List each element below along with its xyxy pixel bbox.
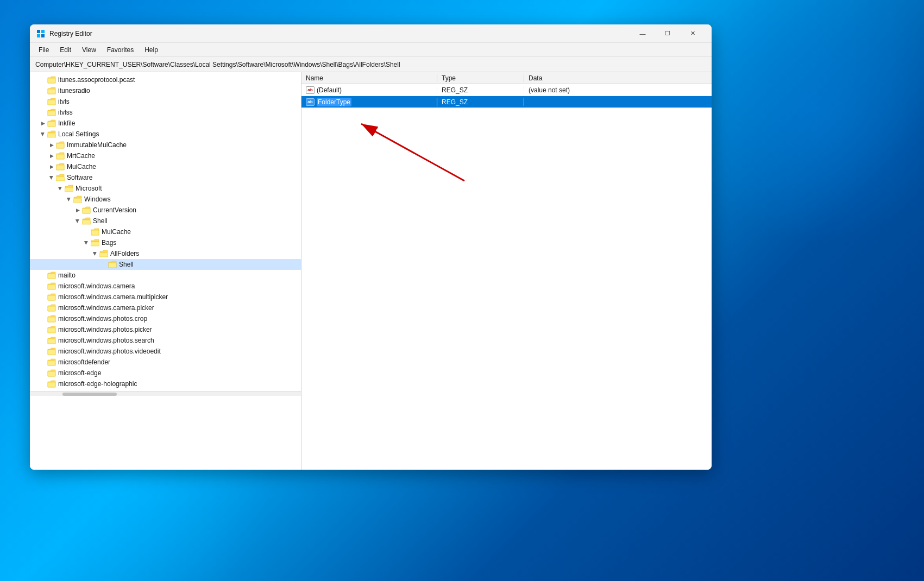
- expander-immutable[interactable]: ▶: [47, 141, 56, 149]
- title-bar: Registry Editor — ☐ ✕: [30, 24, 712, 43]
- tree-label: microsoft-edge-holographic: [58, 380, 137, 388]
- folder-icon: [56, 141, 65, 149]
- tree-item-mrtcache[interactable]: ▶ MrtCache: [30, 150, 301, 161]
- expander-empty: [39, 293, 47, 301]
- main-content: itunes.assocprotocol.pcast itunesradio i…: [30, 72, 712, 470]
- folder-icon: [47, 358, 56, 366]
- address-bar: Computer\HKEY_CURRENT_USER\Software\Clas…: [30, 57, 712, 72]
- reg-value-icon-foldertype: ab: [306, 98, 315, 106]
- expander-local-settings[interactable]: ▶: [39, 130, 47, 138]
- tree-item-immutablemuicache[interactable]: ▶ ImmutableMuiCache: [30, 140, 301, 150]
- menu-view[interactable]: View: [78, 45, 100, 55]
- folder-icon: [91, 228, 99, 236]
- tree-label: MrtCache: [67, 152, 95, 160]
- tree-item-itunes-assocprotocol[interactable]: itunes.assocprotocol.pcast: [30, 74, 301, 85]
- reg-value-icon: ab: [306, 86, 315, 94]
- col-header-type: Type: [437, 74, 524, 82]
- expander-empty: [39, 75, 47, 84]
- cell-type-default: REG_SZ: [437, 86, 524, 94]
- folder-icon: [82, 206, 91, 214]
- maximize-button[interactable]: ☐: [655, 24, 680, 43]
- tree-item-shell-selected[interactable]: Shell: [30, 259, 301, 270]
- tree-label: Inkfile: [58, 119, 75, 127]
- tree-item-currentversion[interactable]: ▶ CurrentVersion: [30, 205, 301, 216]
- tree-label: microsoftdefender: [58, 358, 110, 366]
- cell-name-default: ab (Default): [301, 86, 437, 94]
- expander-bags[interactable]: ▶: [82, 238, 91, 247]
- folder-icon: [47, 369, 56, 377]
- folder-open-icon: [65, 185, 73, 192]
- expander-muicache-ls[interactable]: ▶: [47, 162, 56, 171]
- tree-item-microsoftdefender[interactable]: microsoftdefender: [30, 357, 301, 368]
- minimize-button[interactable]: —: [630, 24, 655, 43]
- tree-item-mwcamera-multipicker[interactable]: microsoft.windows.camera.multipicker: [30, 292, 301, 302]
- expander-currentversion[interactable]: ▶: [73, 206, 82, 214]
- tree-label: MuiCache: [67, 163, 96, 170]
- expander-empty: [39, 86, 47, 95]
- expander-inkfile[interactable]: ▶: [39, 119, 47, 128]
- tree-label: microsoft-edge: [58, 369, 101, 377]
- tree-panel[interactable]: itunes.assocprotocol.pcast itunesradio i…: [30, 72, 301, 470]
- tree-item-mwcamera-picker[interactable]: microsoft.windows.camera.picker: [30, 302, 301, 313]
- menu-edit[interactable]: Edit: [55, 45, 76, 55]
- tree-label: CurrentVersion: [93, 206, 136, 214]
- tree-item-inkfile[interactable]: ▶ Inkfile: [30, 118, 301, 129]
- tree-item-shell-main[interactable]: ▶ Shell: [30, 216, 301, 226]
- tree-label: mailto: [58, 271, 76, 279]
- folder-icon: [47, 337, 56, 344]
- registry-row-foldertype[interactable]: ab FolderType REG_SZ: [301, 96, 712, 108]
- expander-shell-main[interactable]: ▶: [73, 217, 82, 225]
- tree-item-microsoft-edge-holographic[interactable]: microsoft-edge-holographic: [30, 378, 301, 389]
- menu-bar: File Edit View Favorites Help: [30, 43, 712, 57]
- tree-item-mwphotos-search[interactable]: microsoft.windows.photos.search: [30, 335, 301, 346]
- expander-mrtcache[interactable]: ▶: [47, 151, 56, 160]
- reg-name-default: (Default): [317, 86, 342, 94]
- expander-empty: [39, 369, 47, 377]
- horizontal-scrollbar[interactable]: [30, 391, 301, 396]
- expander-microsoft[interactable]: ▶: [56, 184, 65, 193]
- folder-icon: [56, 152, 65, 160]
- tree-item-microsoft[interactable]: ▶ Microsoft: [30, 183, 301, 194]
- tree-item-local-settings[interactable]: ▶ Local Settings: [30, 129, 301, 140]
- tree-item-bags[interactable]: ▶ Bags: [30, 237, 301, 248]
- registry-table[interactable]: Name Type Data ab (Default) REG_SZ (valu…: [301, 72, 712, 470]
- tree-item-itvls[interactable]: itvls: [30, 96, 301, 107]
- tree-label: microsoft.windows.photos.picker: [58, 326, 152, 333]
- tree-item-mailto[interactable]: mailto: [30, 270, 301, 281]
- expander-allfolders[interactable]: ▶: [91, 249, 99, 258]
- menu-help[interactable]: Help: [140, 45, 162, 55]
- address-text: Computer\HKEY_CURRENT_USER\Software\Clas…: [35, 61, 400, 68]
- tree-item-itunesradio[interactable]: itunesradio: [30, 85, 301, 96]
- scrollbar-thumb[interactable]: [62, 393, 117, 396]
- tree-item-allfolders[interactable]: ▶ AllFolders: [30, 248, 301, 259]
- tree-item-mwcamera[interactable]: microsoft.windows.camera: [30, 281, 301, 292]
- tree-item-muicache-shell[interactable]: MuiCache: [30, 226, 301, 237]
- tree-label: ImmutableMuiCache: [67, 141, 127, 149]
- menu-file[interactable]: File: [34, 45, 53, 55]
- folder-icon: [47, 109, 56, 116]
- tree-item-muicache-ls[interactable]: ▶ MuiCache: [30, 161, 301, 172]
- tree-label-shell-selected: Shell: [119, 261, 134, 268]
- folder-open-icon: [99, 250, 108, 257]
- cell-data-default: (value not set): [524, 86, 712, 94]
- cell-name-foldertype: ab FolderType: [301, 98, 437, 106]
- folder-icon: [47, 326, 56, 333]
- registry-row-default[interactable]: ab (Default) REG_SZ (value not set): [301, 84, 712, 96]
- close-button[interactable]: ✕: [680, 24, 705, 43]
- expander-windows[interactable]: ▶: [65, 195, 73, 204]
- tree-item-mwphotos-crop[interactable]: microsoft.windows.photos.crop: [30, 313, 301, 324]
- expander-software[interactable]: ▶: [47, 173, 56, 182]
- col-header-name: Name: [301, 74, 437, 82]
- folder-icon: [47, 282, 56, 290]
- menu-favorites[interactable]: Favorites: [103, 45, 138, 55]
- tree-item-windows[interactable]: ▶ Windows: [30, 194, 301, 205]
- tree-item-mwphotos-picker[interactable]: microsoft.windows.photos.picker: [30, 324, 301, 335]
- tree-item-microsoft-edge[interactable]: microsoft-edge: [30, 368, 301, 378]
- svg-rect-1: [41, 30, 45, 33]
- folder-icon: [108, 261, 117, 268]
- tree-item-itvlss[interactable]: itvlss: [30, 107, 301, 118]
- tree-item-software[interactable]: ▶ Software: [30, 172, 301, 183]
- expander-empty: [39, 336, 47, 345]
- tree-label: Microsoft: [76, 185, 102, 192]
- tree-item-mwphotos-videoedit[interactable]: microsoft.windows.photos.videoedit: [30, 346, 301, 357]
